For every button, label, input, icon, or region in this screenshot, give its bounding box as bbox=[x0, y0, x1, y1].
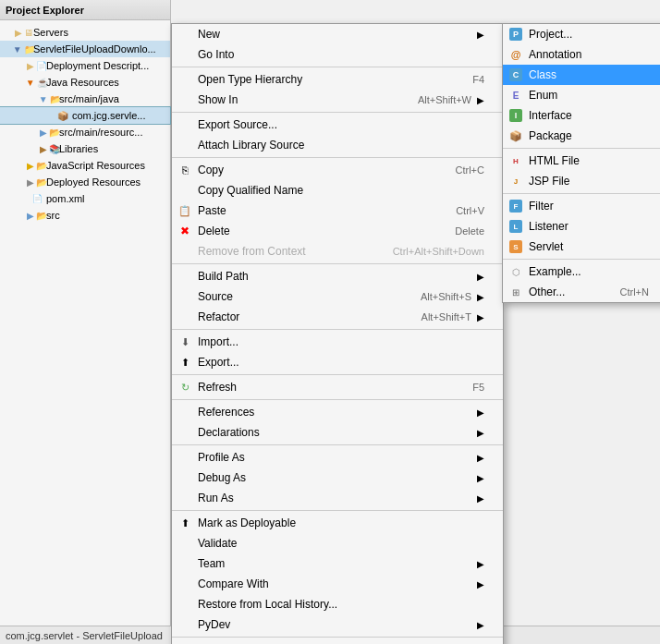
menu-item-restore-history[interactable]: Restore from Local History... bbox=[172, 594, 503, 614]
menu-item-pydev[interactable]: PyDev ▶ bbox=[172, 614, 503, 635]
submenu-item-class[interactable]: C Class bbox=[503, 65, 660, 85]
menu-item-declarations[interactable]: Declarations ▶ bbox=[172, 422, 503, 443]
menu-item-compare-with[interactable]: Compare With ▶ bbox=[172, 574, 503, 594]
menu-item-references[interactable]: References ▶ bbox=[172, 402, 503, 422]
submenu-item-enum[interactable]: E Enum bbox=[503, 85, 660, 105]
menu-item-debug-as[interactable]: Debug As ▶ bbox=[172, 468, 503, 488]
shortcut-copy: Ctrl+C bbox=[456, 164, 484, 176]
menu-item-build-path[interactable]: Build Path ▶ bbox=[172, 266, 503, 286]
menu-item-properties[interactable]: Properties Alt+Enter bbox=[172, 639, 503, 644]
menu-item-delete[interactable]: ✖ Delete Delete bbox=[172, 221, 503, 241]
menu-item-refactor[interactable]: Refactor Alt+Shift+T ▶ bbox=[172, 307, 503, 327]
separator bbox=[172, 112, 503, 113]
submenu-arrow: ▶ bbox=[477, 292, 484, 302]
menu-item-show-in[interactable]: Show In Alt+Shift+W ▶ bbox=[172, 90, 503, 110]
tree-item-deployed[interactable]: ▶ 📂 Deployed Resources bbox=[0, 174, 170, 190]
enum-icon: E bbox=[507, 91, 525, 101]
menu-label-team: Team bbox=[198, 557, 471, 570]
jsp-icon: J bbox=[507, 177, 525, 186]
separator bbox=[503, 259, 660, 260]
submenu-item-html[interactable]: H HTML File bbox=[503, 151, 660, 171]
tree-item-pom[interactable]: 📄 pom.xml bbox=[0, 190, 170, 207]
submenu-label-example: Example... bbox=[529, 265, 581, 278]
submenu-item-annotation[interactable]: @ Annotation bbox=[503, 44, 660, 65]
menu-label-paste: Paste bbox=[198, 204, 437, 217]
submenu-item-project[interactable]: P Project... bbox=[503, 24, 660, 44]
menu-item-team[interactable]: Team ▶ bbox=[172, 553, 503, 574]
menu-label-mark-deployable: Mark as Deployable bbox=[198, 516, 484, 529]
menu-item-run-as[interactable]: Run As ▶ bbox=[172, 488, 503, 508]
tree-item-package[interactable]: 📦 com.jcg.servle... bbox=[0, 107, 170, 124]
submenu-item-listener[interactable]: L Listener bbox=[503, 216, 660, 237]
tree-label: Deployment Descript... bbox=[46, 60, 149, 71]
tree-label: com.jcg.servle... bbox=[72, 110, 145, 121]
tree-item-js[interactable]: ▶ 📂 JavaScript Resources bbox=[0, 157, 170, 174]
menu-label-delete: Delete bbox=[198, 225, 436, 237]
tree-item-src-java[interactable]: ▼ 📂 src/main/java bbox=[0, 91, 170, 107]
menu-label-go-into: Go Into bbox=[198, 48, 484, 61]
submenu-item-package[interactable]: 📦 Package bbox=[503, 126, 660, 146]
menu-item-profile-as[interactable]: Profile As ▶ bbox=[172, 447, 503, 468]
menu-label-validate: Validate bbox=[198, 537, 484, 550]
menu-item-copy[interactable]: ⎘ Copy Ctrl+C bbox=[172, 160, 503, 180]
submenu-label-annotation: Annotation bbox=[529, 48, 581, 61]
submenu-item-filter[interactable]: F Filter bbox=[503, 196, 660, 216]
menu-label-open-type: Open Type Hierarchy bbox=[198, 73, 454, 86]
tree-label: JavaScript Resources bbox=[46, 160, 145, 171]
menu-label-copy-qualified: Copy Qualified Name bbox=[198, 184, 484, 197]
tree-label: Java Resources bbox=[46, 77, 119, 88]
menu-item-open-type[interactable]: Open Type Hierarchy F4 bbox=[172, 69, 503, 90]
menu-item-export[interactable]: ⬆ Export... bbox=[172, 352, 503, 372]
menu-item-new[interactable]: New ▶ bbox=[172, 24, 503, 44]
submenu-item-jsp[interactable]: J JSP File bbox=[503, 171, 660, 191]
delete-icon: ✖ bbox=[176, 225, 194, 237]
tree-item-src[interactable]: ▶ 📂 src bbox=[0, 207, 170, 224]
package-icon: 📦 bbox=[55, 108, 70, 123]
menu-item-copy-qualified[interactable]: Copy Qualified Name bbox=[172, 180, 503, 200]
menu-label-compare-with: Compare With bbox=[198, 577, 471, 590]
separator bbox=[172, 444, 503, 445]
shortcut-paste: Ctrl+V bbox=[456, 205, 484, 216]
tree-item-src-res[interactable]: ▶ 📂 src/main/resourc... bbox=[0, 124, 170, 140]
menu-item-validate[interactable]: Validate bbox=[172, 533, 503, 553]
submenu-item-example[interactable]: ⬡ Example... bbox=[503, 261, 660, 282]
submenu-item-other[interactable]: ⊞ Other... Ctrl+N bbox=[503, 282, 660, 302]
menu-item-refresh[interactable]: ↻ Refresh F5 bbox=[172, 377, 503, 397]
submenu-label-package: Package bbox=[529, 129, 572, 142]
separator bbox=[503, 193, 660, 194]
tree-item-project[interactable]: ▼ 📁 ServletFileUploadDownlo... bbox=[0, 41, 170, 57]
xml-icon: 📄 bbox=[30, 191, 44, 206]
menu-label-export-source: Export Source... bbox=[198, 118, 484, 131]
menu-label-references: References bbox=[198, 406, 471, 419]
status-text: com.jcg.servlet - ServletFileUpload bbox=[6, 630, 163, 641]
annotation-icon: @ bbox=[507, 49, 525, 60]
menu-label-attach-library: Attach Library Source bbox=[198, 139, 484, 152]
tree-label: src/main/resourc... bbox=[59, 127, 142, 138]
submenu-label-jsp: JSP File bbox=[529, 175, 569, 188]
menu-item-mark-deployable[interactable]: ⬆ Mark as Deployable bbox=[172, 513, 503, 533]
menu-label-profile-as: Profile As bbox=[198, 451, 471, 464]
menu-item-source[interactable]: Source Alt+Shift+S ▶ bbox=[172, 286, 503, 307]
submenu-item-servlet[interactable]: S Servlet bbox=[503, 237, 660, 257]
submenu-label-filter: Filter bbox=[529, 200, 554, 213]
import-icon: ⬇ bbox=[176, 336, 194, 348]
tree-item-java-resources[interactable]: ▼ ☕ Java Resources bbox=[0, 74, 170, 91]
tree-label: src bbox=[46, 210, 60, 221]
shortcut-open-type: F4 bbox=[472, 74, 484, 85]
menu-item-paste[interactable]: 📋 Paste Ctrl+V bbox=[172, 200, 503, 221]
shortcut-source: Alt+Shift+S bbox=[421, 291, 471, 302]
menu-item-import[interactable]: ⬇ Import... bbox=[172, 332, 503, 352]
shortcut-delete: Delete bbox=[455, 225, 484, 237]
tree-item-servers[interactable]: ▶ 🖥 Servers bbox=[0, 24, 170, 41]
submenu-arrow: ▶ bbox=[477, 493, 484, 504]
tree-item-libraries[interactable]: ▶ 📚 Libraries bbox=[0, 140, 170, 157]
submenu-item-interface[interactable]: I Interface bbox=[503, 105, 660, 126]
menu-label-new: New bbox=[198, 28, 471, 41]
menu-item-export-source[interactable]: Export Source... bbox=[172, 115, 503, 135]
menu-item-remove-context[interactable]: Remove from Context Ctrl+Alt+Shift+Down bbox=[172, 241, 503, 261]
other-icon: ⊞ bbox=[507, 287, 525, 298]
menu-item-go-into[interactable]: Go Into bbox=[172, 44, 503, 65]
export-icon: ⬆ bbox=[176, 357, 194, 369]
menu-item-attach-library[interactable]: Attach Library Source bbox=[172, 135, 503, 155]
tree-item-deployment[interactable]: ▶ 📄 Deployment Descript... bbox=[0, 57, 170, 74]
